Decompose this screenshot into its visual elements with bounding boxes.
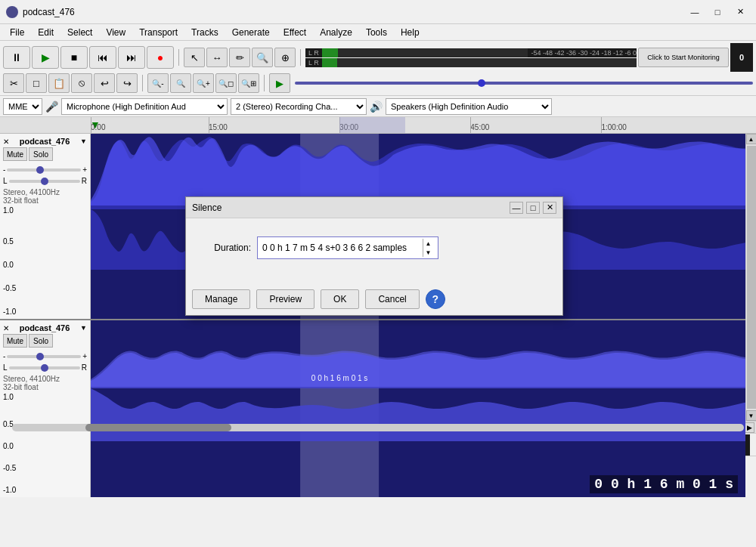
menu-select[interactable]: Select: [60, 25, 99, 40]
dialog-title-bar: Silence — □ ✕: [186, 197, 562, 218]
speaker-device-select[interactable]: Speakers (High Definition Audio: [386, 98, 552, 115]
waveform-2: 0 0 h 1 6 m 0 1 s 0 0 h 1 6 m 0 1 s: [91, 320, 745, 497]
duration-value: 0 0 h 1 7 m 5 4 s+0 3 6 6 2 samples: [262, 243, 423, 253]
close-button[interactable]: ✕: [730, 5, 750, 20]
dialog-buttons: Manage Preview OK Cancel ?: [186, 289, 562, 315]
dialog-minimize-button[interactable]: —: [510, 202, 523, 214]
sep1: [178, 49, 179, 66]
zoom-fit-button[interactable]: 🔍: [170, 73, 191, 93]
track-panel-1: ✕ podcast_476 ▼ Mute Solo - + L: [0, 134, 91, 319]
zoom-sel-button[interactable]: 🔍⊞: [238, 73, 259, 93]
copy-button[interactable]: □: [26, 73, 47, 93]
h-scroll-right-button[interactable]: ▶: [744, 422, 754, 433]
duration-spinbox[interactable]: ▲ ▼: [423, 239, 433, 257]
silence-button[interactable]: ⦸: [71, 73, 92, 93]
menu-tracks[interactable]: Tracks: [184, 25, 225, 40]
menu-transport[interactable]: Transport: [132, 25, 184, 40]
minimize-button[interactable]: —: [685, 5, 705, 20]
monitor-button[interactable]: Click to Start Monitoring: [638, 48, 729, 67]
timeline-mark-0: 0:00: [91, 117, 105, 133]
timeline-mark-60: 1:00:00: [601, 117, 626, 133]
audio-host-select[interactable]: MME: [3, 98, 42, 115]
menu-analyze[interactable]: Analyze: [313, 25, 359, 40]
cut-button[interactable]: ✂: [3, 73, 24, 93]
track-info-1: Stereo, 44100Hz 32-bit float: [3, 188, 87, 205]
menu-help[interactable]: Help: [394, 25, 426, 40]
track-close-button-2[interactable]: ✕: [3, 324, 9, 332]
mute-button-1[interactable]: Mute: [3, 147, 27, 161]
menu-edit[interactable]: Edit: [31, 25, 60, 40]
v-scroll-up-button[interactable]: ▲: [746, 134, 757, 144]
track-row-2: ✕ podcast_476 ▼ Mute Solo - + L: [0, 320, 745, 497]
mute-button-2[interactable]: Mute: [3, 334, 27, 348]
paste-button[interactable]: 📋: [48, 73, 70, 93]
menu-file[interactable]: File: [3, 25, 31, 40]
channel-select[interactable]: 2 (Stereo) Recording Cha...: [231, 98, 367, 115]
ok-button[interactable]: OK: [321, 289, 359, 309]
zoom-in-button[interactable]: 🔍-: [147, 73, 169, 93]
select-tool-button[interactable]: ↖: [184, 48, 205, 67]
duration-input-container[interactable]: 0 0 h 1 7 m 5 4 s+0 3 6 6 2 samples ▲ ▼: [257, 236, 438, 259]
gain-min-label-2: -: [3, 352, 5, 360]
track-close-button-1[interactable]: ✕: [3, 138, 9, 146]
toolbar-row-1: ⏸ ▶ ■ ⏮ ⏭ ● ↖ ↔ ✏ 🔍 ⊕ L R -54 -48 -42 -3…: [3, 42, 753, 73]
menu-tools[interactable]: Tools: [359, 25, 394, 40]
gain-max-label-1: +: [82, 165, 87, 174]
h-scroll-thumb[interactable]: [85, 424, 232, 431]
draw-tool-button[interactable]: ✏: [229, 48, 250, 67]
preview-button[interactable]: Preview: [256, 289, 314, 309]
zoom-out-button[interactable]: 🔍+: [193, 73, 214, 93]
v-scroll-thumb[interactable]: [747, 146, 756, 409]
cancel-button[interactable]: Cancel: [365, 289, 419, 309]
dialog-maximize-button[interactable]: □: [526, 202, 540, 214]
help-button[interactable]: ?: [426, 289, 445, 309]
zoom-auto-button[interactable]: 🔍◻: [215, 73, 237, 93]
timeline: ▼ 0:00 15:00 30:00 45:00 1:00:00: [0, 117, 756, 134]
app-title: podcast_476: [23, 7, 75, 17]
timeshift-tool-button[interactable]: ⊕: [274, 48, 296, 67]
undo-button[interactable]: ↩: [94, 73, 115, 93]
stop-button[interactable]: ■: [60, 46, 88, 69]
play-green-button[interactable]: ▶: [269, 73, 290, 93]
pan-left-label-2: L: [3, 363, 8, 372]
v-scroll-down-button[interactable]: ▼: [746, 410, 757, 421]
mic-device-select[interactable]: Microphone (High Definition Aud: [61, 98, 228, 115]
play-button[interactable]: ▶: [32, 46, 59, 69]
speaker-icon: 🔊: [370, 100, 383, 113]
maximize-button[interactable]: □: [708, 5, 727, 20]
pause-button[interactable]: ⏸: [3, 46, 30, 69]
spin-down-button[interactable]: ▼: [423, 248, 433, 257]
menu-effect[interactable]: Effect: [277, 25, 313, 40]
title-bar: podcast_476 — □ ✕: [0, 0, 756, 24]
dialog-close-button[interactable]: ✕: [543, 202, 556, 214]
device-row: MME 🎤 Microphone (High Definition Aud 2 …: [0, 96, 756, 117]
skip-fwd-button[interactable]: ⏭: [118, 46, 145, 69]
gain-max-label-2: +: [82, 352, 87, 360]
envelope-tool-button[interactable]: ↔: [206, 48, 228, 67]
solo-button-1[interactable]: Solo: [29, 147, 53, 161]
pan-slider-2[interactable]: [9, 366, 80, 369]
spin-up-button[interactable]: ▲: [423, 239, 433, 248]
h-scroll-track[interactable]: [12, 424, 744, 431]
solo-button-2[interactable]: Solo: [29, 334, 53, 348]
gain-slider-1[interactable]: [7, 168, 81, 172]
track-name-2: podcast_476: [20, 323, 70, 332]
timeline-mark-45: 45:00: [470, 117, 489, 133]
zoom-tool-button[interactable]: 🔍: [252, 48, 273, 67]
dialog-window-controls: — □ ✕: [510, 202, 556, 214]
track-dropdown-1[interactable]: ▼: [80, 138, 87, 145]
manage-button[interactable]: Manage: [192, 289, 250, 309]
app-icon: [6, 6, 18, 18]
record-button[interactable]: ●: [147, 46, 174, 69]
gain-slider-2[interactable]: [7, 355, 81, 358]
pan-right-label-2: R: [82, 363, 87, 372]
pan-slider-1[interactable]: [9, 180, 80, 183]
menu-view[interactable]: View: [99, 25, 132, 40]
mic-icon: 🎤: [45, 100, 58, 113]
skip-back-button[interactable]: ⏮: [89, 46, 116, 69]
redo-button[interactable]: ↪: [116, 73, 138, 93]
v-scrollbar[interactable]: ▲ ▼: [745, 134, 756, 421]
menu-generate[interactable]: Generate: [225, 25, 277, 40]
track-dropdown-2[interactable]: ▼: [80, 324, 87, 332]
pan-right-label-1: R: [82, 177, 87, 185]
